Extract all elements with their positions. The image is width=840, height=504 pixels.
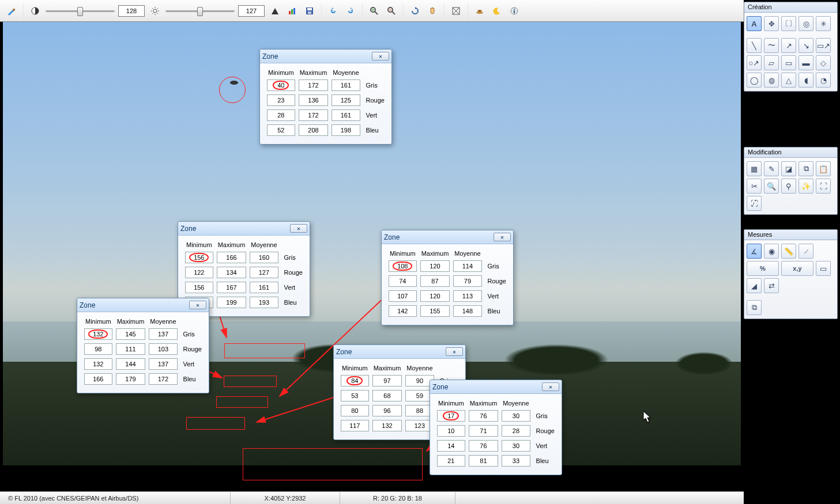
brightness-value[interactable]: 127 [238, 5, 265, 17]
tool-cut[interactable]: ✂ [747, 179, 762, 194]
zone-titlebar[interactable]: Zone ✕ [382, 230, 513, 244]
tool-select[interactable]: ▦ [747, 161, 762, 176]
tool-ungroup[interactable]: ⛶̸ [747, 196, 762, 211]
zone-title-text: Zone [384, 233, 400, 241]
sun-icon[interactable] [148, 4, 162, 18]
tool-triangle[interactable]: △ [781, 73, 796, 88]
zoom-out-icon[interactable] [385, 4, 398, 18]
zone-panel[interactable]: Zone ✕ MinimumMaximumMoyenne 132 145 137… [77, 298, 209, 393]
refresh-icon[interactable] [408, 4, 422, 18]
zone-titlebar[interactable]: Zone ✕ [178, 222, 310, 236]
close-icon[interactable]: ✕ [542, 382, 559, 391]
tool-find[interactable]: ⚲ [781, 179, 796, 194]
zone-titlebar[interactable]: Zone ✕ [334, 345, 465, 359]
zone-row: 23 136 125 Rouge [267, 94, 385, 106]
hat-icon[interactable] [473, 4, 487, 18]
tool-arrow-down[interactable]: ↘ [798, 38, 813, 53]
tool-duplicate[interactable]: ⧉ [747, 300, 762, 315]
brightness-slider[interactable] [165, 5, 235, 17]
brush-icon[interactable] [5, 4, 18, 18]
undo-icon[interactable] [326, 4, 340, 18]
redo-icon[interactable] [344, 4, 357, 18]
contrast-slider[interactable] [46, 5, 115, 17]
close-icon[interactable]: ✕ [189, 301, 206, 309]
close-icon[interactable]: ✕ [446, 347, 463, 356]
moon-icon[interactable] [490, 4, 504, 18]
main-toolbar: 128 127 [0, 0, 744, 22]
tool-angle[interactable]: ∡ [747, 244, 762, 259]
auto-icon[interactable] [285, 4, 299, 18]
info-icon[interactable] [507, 4, 521, 18]
tool-probe[interactable]: ⟋ [798, 244, 813, 259]
tool-ruler[interactable]: 📏 [781, 244, 796, 259]
tool-star-icon[interactable]: ✳ [816, 16, 831, 31]
tool-wand[interactable]: ✨ [798, 179, 813, 194]
zone-titlebar[interactable]: Zone ✕ [77, 298, 209, 312]
zone-row: 156 166 160 Gris [185, 252, 303, 263]
tool-donut[interactable]: ◍ [764, 73, 779, 88]
tool-rect-arrow[interactable]: ▭↗ [816, 38, 831, 53]
zone-row: 98 111 103 Rouge [84, 343, 202, 355]
close-icon[interactable]: ✕ [494, 233, 511, 241]
tool-card[interactable]: ▭ [816, 261, 831, 276]
tool-rect[interactable]: ▭ [781, 55, 796, 70]
tool-crosshair[interactable]: ✥ [764, 16, 779, 31]
tool-text[interactable]: A [747, 16, 762, 31]
tool-arc[interactable]: ◖ [798, 73, 813, 88]
svg-marker-11 [272, 8, 278, 14]
hand-icon[interactable] [425, 4, 439, 18]
tool-curve[interactable]: 〜 [764, 38, 779, 53]
tool-parallelogram[interactable]: ▱ [764, 55, 779, 70]
contrast-icon[interactable] [28, 4, 42, 18]
tool-edit-node[interactable]: ✎ [764, 161, 779, 176]
zone-titlebar[interactable]: Zone ✕ [430, 380, 562, 394]
tool-xy[interactable]: x,y [781, 261, 813, 276]
levels-icon[interactable] [268, 4, 282, 18]
image-canvas[interactable]: Zone ✕ MinimumMaximumMoyenne 40 172 161 … [3, 22, 741, 465]
annotation-rect-3 [216, 396, 268, 408]
tool-arrow-out[interactable]: ↗ [781, 38, 796, 53]
tool-zoom-region[interactable]: 🔍 [764, 179, 779, 194]
zone-panel[interactable]: Zone ✕ MinimumMaximumMoyenne 17 76 30 Gr… [430, 380, 562, 475]
tool-percent[interactable]: % [747, 261, 779, 276]
status-rgb: R: 20 G: 20 B: 18 [340, 492, 455, 504]
zone-header: MinimumMaximumMoyenne [389, 250, 506, 257]
tool-brackets[interactable]: 〔〕 [781, 16, 796, 31]
tool-ellipse[interactable]: ◯ [747, 73, 762, 88]
svg-line-19 [375, 12, 378, 14]
zone-header: MinimumMaximumMoyenne [185, 241, 303, 248]
panel-mesures: Mesures ∡ ◉ 📏 ⟋ % x,y ▭ ◢ ⇄ ⧉ [744, 229, 838, 319]
zone-panel[interactable]: Zone ✕ MinimumMaximumMoyenne 40 172 161 … [259, 49, 392, 145]
zone-panel[interactable]: Zone ✕ MinimumMaximumMoyenne 108 120 114… [381, 230, 514, 325]
tool-copy[interactable]: ⧉ [798, 161, 813, 176]
zone-row: 40 172 161 Gris [267, 79, 385, 91]
tool-target-icon[interactable]: ◎ [798, 16, 813, 31]
tool-eraser[interactable]: ◪ [781, 161, 796, 176]
tool-group[interactable]: ⛶ [816, 179, 831, 194]
save-icon[interactable] [303, 4, 317, 18]
tool-sphere[interactable]: ◉ [764, 244, 779, 259]
annotation-rect-4 [186, 417, 245, 430]
tool-rect-fill[interactable]: ▬ [798, 55, 813, 70]
zoom-in-icon[interactable] [367, 4, 381, 18]
tool-paste[interactable]: 📋 [816, 161, 831, 176]
svg-rect-13 [291, 9, 293, 14]
tool-line[interactable]: ╲ [747, 38, 762, 53]
contrast-value[interactable]: 128 [118, 5, 145, 17]
fit-icon[interactable] [449, 4, 463, 18]
status-bar: © FL 2010 (avec CNES/GEIPAN et Airbus/DS… [0, 491, 744, 504]
zone-row: 10 71 28 Rouge [437, 425, 555, 437]
tool-circle-arrow[interactable]: ○↗ [747, 55, 762, 70]
tool-rhombus[interactable]: ◇ [816, 55, 831, 70]
tool-swap[interactable]: ⇄ [764, 278, 779, 293]
svg-point-32 [514, 9, 515, 10]
tool-gradient[interactable]: ◢ [747, 278, 762, 293]
status-coords: X:4052 Y:2932 [231, 492, 340, 504]
close-icon[interactable]: ✕ [372, 52, 389, 60]
zone-row: 107 120 113 Vert [389, 290, 506, 302]
close-icon[interactable]: ✕ [290, 224, 307, 233]
zone-titlebar[interactable]: Zone ✕ [260, 50, 391, 63]
tool-sector[interactable]: ◔ [816, 73, 831, 88]
annotation-rect-5 [243, 448, 423, 480]
zone-header: MinimumMaximumMoyenne [437, 400, 555, 407]
